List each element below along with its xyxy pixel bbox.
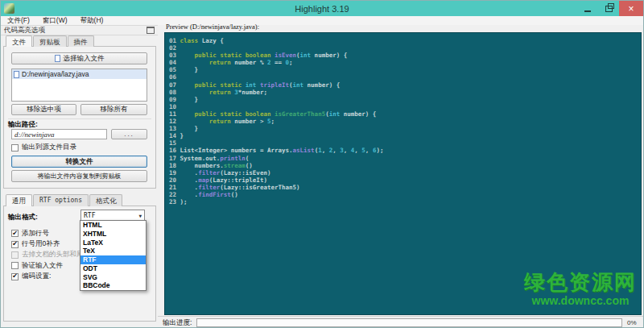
float-panel-icon[interactable] <box>147 27 155 34</box>
code-token: } <box>180 96 199 103</box>
line-number: 19 <box>169 169 180 176</box>
checkbox-icon <box>11 230 19 237</box>
output-path-input[interactable]: d://newinjava <box>11 129 107 139</box>
line-number: 14 <box>169 132 180 139</box>
code-line: 05 } <box>169 66 383 73</box>
line-number: 12 <box>169 118 180 125</box>
code-token: } <box>180 125 199 132</box>
progress-label: 输出进度: <box>163 318 192 328</box>
statusbar: 输出进度: 0% <box>158 316 644 328</box>
line-number: 23 <box>169 198 180 206</box>
remove-selected-button[interactable]: 移除选中项 <box>11 104 76 115</box>
menu-item[interactable]: 窗口(W) <box>36 16 74 26</box>
tab-plugins[interactable]: 插件 <box>68 35 94 47</box>
checkbox-encoding-settings[interactable]: 编码设置: <box>11 272 90 282</box>
code-token: number) { <box>311 52 347 59</box>
code-token: number > <box>231 118 267 125</box>
close-button[interactable]: × <box>619 1 643 16</box>
line-number: 17 <box>169 155 180 162</box>
code-token: () <box>231 191 238 198</box>
code-line: 22 .findFirst() <box>169 191 383 198</box>
tab-format[interactable]: 格式化 <box>89 194 123 206</box>
code-token <box>180 89 209 96</box>
checkbox-icon <box>11 144 19 152</box>
dropdown-option[interactable]: LaTeX <box>80 239 146 247</box>
code-token: public <box>195 52 217 59</box>
line-number: 13 <box>169 125 180 132</box>
output-format-dropdown: HTMLXHTMLLaTeXTeXRTFODTSVGBBCode <box>80 220 147 291</box>
chevron-down-icon: ▼ <box>138 213 142 218</box>
restore-button[interactable] <box>598 1 619 16</box>
dropdown-option[interactable]: ODT <box>80 264 146 273</box>
code-token: ); <box>376 147 383 154</box>
checkbox-pad-line-numbers-zero[interactable]: 行号用0补齐 <box>11 239 90 249</box>
code-token: int <box>300 52 312 59</box>
code-line: 16 List<Integer> numbers = Arrays.asList… <box>169 147 383 154</box>
code-token: , <box>322 147 329 154</box>
preview-label: Preview (D:/newinjava/lazy.java): <box>166 23 259 31</box>
code-token: static <box>220 110 242 118</box>
code-token: ( <box>246 155 250 162</box>
code-token: number) { <box>303 81 340 89</box>
code-token: } <box>180 132 184 139</box>
browse-button[interactable]: ... <box>111 129 147 139</box>
code-token: . <box>180 176 199 184</box>
dropdown-option[interactable]: RTF <box>80 255 146 264</box>
line-number: 04 <box>169 59 180 66</box>
dropdown-option[interactable]: SVG <box>80 273 146 282</box>
dropdown-option[interactable]: TeX <box>80 247 146 255</box>
dock-title: 代码高亮选项 <box>4 26 45 35</box>
code-token: isGreaterThan5 <box>275 110 325 118</box>
code-line: 09 } <box>169 96 383 103</box>
tab-clipboard[interactable]: 剪贴板 <box>33 35 67 47</box>
code-token: number % <box>231 59 267 66</box>
watermark-title: 绿色资源网 <box>524 268 637 297</box>
code-line: 21 .filter(Lazy::isGreaterThan5) <box>169 184 383 191</box>
file-list[interactable]: D:/newinjava/lazy.java <box>11 69 147 102</box>
tab-rtf-options[interactable]: RTF options <box>33 194 89 206</box>
code-token: , <box>344 147 351 154</box>
code-line: 02 <box>169 44 383 52</box>
minimize-icon <box>584 10 591 12</box>
checkbox-icon <box>11 273 19 280</box>
code-token: (Lazy::isGreaterThan5) <box>220 184 299 191</box>
dropdown-option[interactable]: HTML <box>80 221 146 230</box>
code-line: 07 public static int tripleIt(int number… <box>169 81 383 89</box>
checkbox-validate-input[interactable]: 验证输入文件 <box>11 260 90 271</box>
remove-all-button[interactable]: 移除所有 <box>80 104 147 115</box>
document-icon <box>55 55 60 62</box>
window-title: Highlight 3.19 <box>1 4 643 14</box>
code-token: , <box>354 147 361 154</box>
line-number: 01 <box>169 37 180 44</box>
line-number: 21 <box>169 184 180 191</box>
checkbox-label: 编码设置: <box>22 272 51 281</box>
code-token: , <box>332 147 340 154</box>
checkbox-add-line-numbers[interactable]: 添加行号 <box>11 228 90 239</box>
dropdown-option[interactable]: XHTML <box>80 230 146 239</box>
code-token: findFirst <box>198 191 231 198</box>
output-to-source-checkbox[interactable]: 输出到源文件目录 <box>11 143 76 152</box>
line-number: 15 <box>169 139 180 147</box>
tab-general[interactable]: 通用 <box>6 194 32 206</box>
select-input-files-button[interactable]: 选择输入文件 <box>11 52 147 64</box>
tab-files[interactable]: 文件 <box>6 35 32 47</box>
line-number: 09 <box>169 96 180 103</box>
code-token: (Lazy::tripleIt) <box>209 176 267 184</box>
code-preview: 01 class Lazy {02 03 public static boole… <box>164 32 642 315</box>
dropdown-option[interactable]: BBCode <box>80 281 146 290</box>
minimize-button[interactable] <box>577 1 598 16</box>
file-name: D:/newinjava/lazy.java <box>22 70 89 78</box>
options-tabs: 通用RTF options格式化 <box>6 194 123 206</box>
code-token: *number; <box>238 89 267 96</box>
file-list-item[interactable]: D:/newinjava/lazy.java <box>12 69 147 79</box>
code-token <box>180 110 195 118</box>
menu-item[interactable]: 文件(F) <box>1 16 36 26</box>
watermark-url: www.downcc.com <box>524 294 637 307</box>
code-token: numbers. <box>180 162 224 169</box>
convert-files-button[interactable]: 转换文件 <box>11 156 147 168</box>
code-token: map <box>198 176 209 184</box>
copy-output-to-clipboard-button[interactable]: 将输出文件内容复制到剪贴板 <box>11 170 147 182</box>
menu-item[interactable]: 帮助(H) <box>74 16 110 26</box>
code-token: int <box>246 81 257 89</box>
code-line: 01 class Lazy { <box>169 37 383 44</box>
